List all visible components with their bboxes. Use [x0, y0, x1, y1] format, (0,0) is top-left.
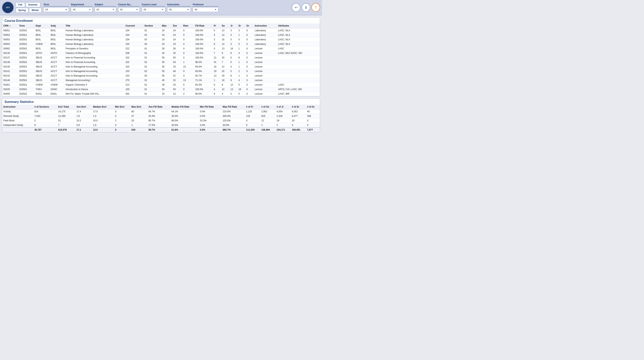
table-cell: 8 — [212, 42, 221, 46]
table-cell — [277, 74, 320, 78]
table-cell: 0 — [182, 87, 194, 92]
sum-col-ave-fill[interactable]: Ave Fill Rate — [147, 104, 170, 109]
table-row[interactable]: 50051202501BIOLBIOLHuman Biology Laborat… — [2, 28, 320, 33]
header-actions: ↩ ℹ ? — [292, 3, 320, 12]
table-cell: 200.0% — [222, 114, 245, 118]
table-cell: CHEM — [50, 83, 64, 87]
table-row[interactable]: 50142202501SBUSACCTIntro to Managerial A… — [2, 74, 320, 78]
table-cell: 55 — [172, 56, 182, 60]
help-button[interactable]: ? — [312, 3, 320, 12]
sum-col-max-enrl[interactable]: Max Enrl — [130, 104, 147, 109]
sum-col-max-fill[interactable]: Max Fill Rate — [222, 104, 245, 109]
table-row[interactable]: 50082202501BIOLBIOLPrinciples of Genetic… — [2, 46, 320, 51]
table-cell: 104 — [124, 37, 144, 42]
table-cell: Intro to Financial Accounting — [64, 60, 124, 65]
table-cell: 4 — [229, 65, 237, 69]
col-sr[interactable]: Sr — [237, 24, 246, 28]
col-fr[interactable]: Fr — [212, 24, 221, 28]
department-filter: Department All ▼ — [71, 3, 92, 12]
col-course[interactable]: Course# — [124, 24, 144, 28]
table-cell: 50 — [161, 87, 172, 92]
col-crn[interactable]: CRN ▼ — [2, 24, 18, 28]
table-row[interactable]: 50130202501ANTHANTHClassics of Ethnograp… — [2, 51, 320, 56]
col-enr[interactable]: Enr — [172, 24, 182, 28]
table-row[interactable]: 50328202501THEADANCIntroduction to Dance… — [2, 87, 320, 92]
table-cell: 4 — [237, 78, 246, 83]
table-row[interactable]: Independent Study870.91.00117.5%20.0%0.0… — [2, 123, 320, 128]
info-button[interactable]: ℹ — [302, 3, 310, 12]
sum-col-min-enrl[interactable]: Min Enrl — [114, 104, 130, 109]
col-gr[interactable]: Gr — [245, 24, 254, 28]
col-so[interactable]: So — [221, 24, 229, 28]
term-filter-select[interactable]: All ▼ — [44, 7, 69, 12]
table-row[interactable]: 50053202501BIOLBIOLHuman Biology Laborat… — [2, 37, 320, 42]
col-instruction[interactable]: Instruction — [254, 24, 277, 28]
subject-filter-select[interactable]: All ▼ — [94, 7, 116, 12]
fall-button[interactable]: Fall — [16, 2, 25, 7]
sum-col-so[interactable]: # of So — [260, 104, 276, 109]
sum-col-median-enrl[interactable]: Median Enrl — [92, 104, 114, 109]
table-row[interactable]: Directed Study7,53312,2901.61.002720.4%2… — [2, 114, 320, 118]
sum-col-instruction[interactable]: Instruction — [2, 104, 33, 109]
table-cell: 0 — [114, 109, 130, 114]
table-cell: 20 — [290, 118, 306, 123]
course-level-filter-select[interactable]: All ▼ — [142, 7, 165, 12]
professor-filter-select[interactable]: All ▼ — [193, 7, 218, 12]
table-row[interactable]: Field Work55110.210.022085.7%80.0%33.3%1… — [2, 118, 320, 123]
course-number-filter-select[interactable]: All ▼ — [118, 7, 140, 12]
table-row[interactable]: 50137202501SBUSACCTIntro to Financial Ac… — [2, 56, 320, 60]
table-row[interactable]: Activity81414,17517.417.006064.7%64.1%0.… — [2, 109, 320, 114]
spring-button[interactable]: Spring — [16, 8, 28, 13]
sum-col-sr[interactable]: # of Sr — [290, 104, 306, 109]
table-cell: 0 — [245, 123, 260, 128]
summer-button[interactable]: Summer — [26, 2, 40, 7]
col-title[interactable]: Title — [64, 24, 124, 28]
table-cell: 83.3% — [194, 83, 212, 87]
table-cell: SBUS — [34, 74, 50, 78]
instruction-filter-select[interactable]: All ▼ — [167, 7, 191, 12]
sum-col-fr[interactable]: # of Fr — [245, 104, 260, 109]
sum-col-median-fill[interactable]: Median Fill Rate — [170, 104, 199, 109]
table-row[interactable]: 50140202501SBUSACCTIntro to Managerial A… — [2, 65, 320, 69]
table-cell: Lecture — [254, 60, 277, 65]
table-cell: 0 — [245, 87, 254, 92]
table-cell: 20.0% — [170, 114, 199, 118]
col-dept[interactable]: Dept — [34, 24, 50, 28]
table-cell: 50405 — [2, 92, 18, 96]
table-cell: 2,902 — [260, 109, 276, 114]
sum-col-sections[interactable]: # of Sections — [33, 104, 57, 109]
table-row[interactable]: 50052202501BIOLBIOLHuman Biology Laborat… — [2, 33, 320, 37]
department-filter-select[interactable]: All ▼ — [71, 7, 92, 12]
table-cell: 51 — [172, 74, 182, 78]
table-row[interactable]: 50138202501SBUSACCTIntro to Financial Ac… — [2, 60, 320, 65]
table-cell: LASC; NLA — [277, 28, 320, 33]
table-row[interactable]: 50405202501ENGLENGLWrit Fix: Makin Troub… — [2, 92, 320, 96]
col-fillrate[interactable]: Fill Rate — [194, 24, 212, 28]
table-cell: BIOL — [34, 33, 50, 37]
sum-col-ave-enrl[interactable]: Ave Enrl — [75, 104, 92, 109]
col-rem[interactable]: Rem — [182, 24, 194, 28]
table-row[interactable]: 50141202501SBUSACCTIntro to Managerial A… — [2, 69, 320, 74]
sum-col-min-fill[interactable]: Min Fill Rate — [198, 104, 222, 109]
col-jr[interactable]: Jr — [229, 24, 237, 28]
table-cell: 24 — [172, 42, 182, 46]
enrollment-table-scroll[interactable]: CRN ▼ Term Dept Subj Title Course# Secti… — [2, 24, 320, 96]
table-cell: CHEM — [34, 83, 50, 87]
col-term[interactable]: Term — [18, 24, 34, 28]
sum-col-gr[interactable]: # of Gr — [306, 104, 320, 109]
sum-col-enrl-total[interactable]: Enrl Total — [57, 104, 75, 109]
col-subj[interactable]: Subj — [50, 24, 64, 28]
sum-col-jr[interactable]: # of Jr — [276, 104, 291, 109]
table-cell: SBUS — [34, 65, 50, 69]
summary-table-scroll[interactable]: Instruction # of Sections Enrl Total Ave… — [2, 104, 320, 132]
table-cell: 17.4 — [75, 109, 92, 114]
col-attributes[interactable]: Attributes — [277, 24, 320, 28]
table-row[interactable]: 50055202501CHEMBIOLHuman Biology Laborat… — [2, 42, 320, 46]
table-cell: 54 — [172, 60, 182, 65]
col-max[interactable]: Max — [161, 24, 172, 28]
winter-button[interactable]: Winter — [29, 8, 42, 13]
table-row[interactable]: 50146202501SBUSACCTManagerial Accounting… — [2, 78, 320, 83]
back-button[interactable]: ↩ — [292, 3, 300, 12]
col-section[interactable]: Section — [143, 24, 161, 28]
table-row[interactable]: 50261202501CHEMCHEMOrganic Chemistry II2… — [2, 83, 320, 87]
